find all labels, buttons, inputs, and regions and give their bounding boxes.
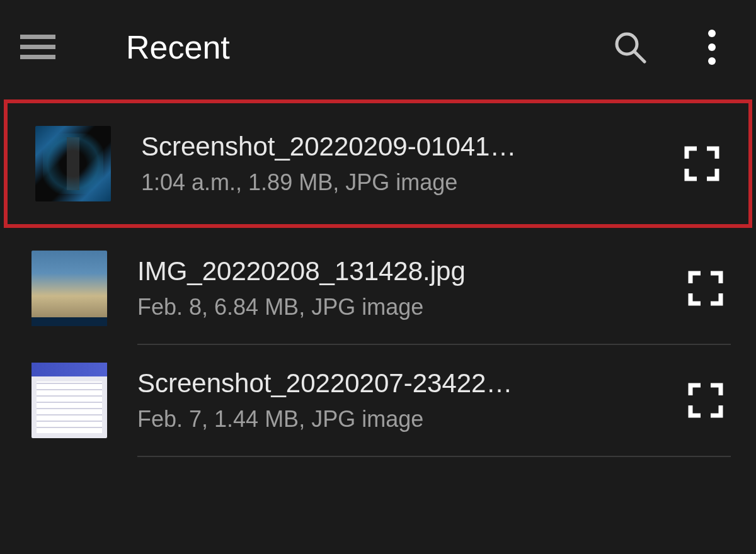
file-meta: Feb. 7, 1.44 MB, JPG image (137, 406, 668, 432)
search-icon[interactable] (611, 28, 649, 66)
file-name: Screenshot_20220209-01041… (141, 132, 595, 162)
file-row[interactable]: Screenshot_20220209-01041… 1:04 a.m., 1.… (4, 99, 752, 228)
file-meta: 1:04 a.m., 1.89 MB, JPG image (141, 169, 664, 196)
hamburger-menu-icon[interactable] (13, 22, 63, 72)
expand-icon[interactable] (677, 138, 727, 189)
svg-line-4 (634, 52, 644, 62)
svg-rect-2 (20, 55, 55, 59)
file-name: Screenshot_20220207-23422… (137, 368, 591, 399)
file-row[interactable]: IMG_20220208_131428.jpg Feb. 8, 6.84 MB,… (0, 233, 756, 344)
svg-rect-1 (20, 45, 55, 49)
file-list: Screenshot_20220209-01041… 1:04 a.m., 1.… (0, 99, 756, 457)
overflow-menu-icon[interactable] (699, 28, 724, 66)
row-divider (137, 456, 731, 457)
app-header: Recent (0, 0, 756, 94)
file-meta: Feb. 8, 6.84 MB, JPG image (137, 294, 668, 320)
file-row[interactable]: Screenshot_20220207-23422… Feb. 7, 1.44 … (0, 345, 756, 456)
expand-icon[interactable] (680, 263, 731, 314)
expand-icon[interactable] (680, 375, 731, 426)
file-text: Screenshot_20220209-01041… 1:04 a.m., 1.… (141, 132, 664, 196)
header-actions (611, 28, 743, 66)
file-thumbnail (32, 251, 107, 326)
file-thumbnail (35, 126, 111, 201)
svg-rect-0 (20, 35, 55, 39)
file-text: IMG_20220208_131428.jpg Feb. 8, 6.84 MB,… (137, 256, 668, 320)
file-name: IMG_20220208_131428.jpg (137, 256, 591, 286)
file-text: Screenshot_20220207-23422… Feb. 7, 1.44 … (137, 368, 668, 432)
page-title: Recent (126, 28, 611, 66)
file-thumbnail (32, 363, 107, 438)
